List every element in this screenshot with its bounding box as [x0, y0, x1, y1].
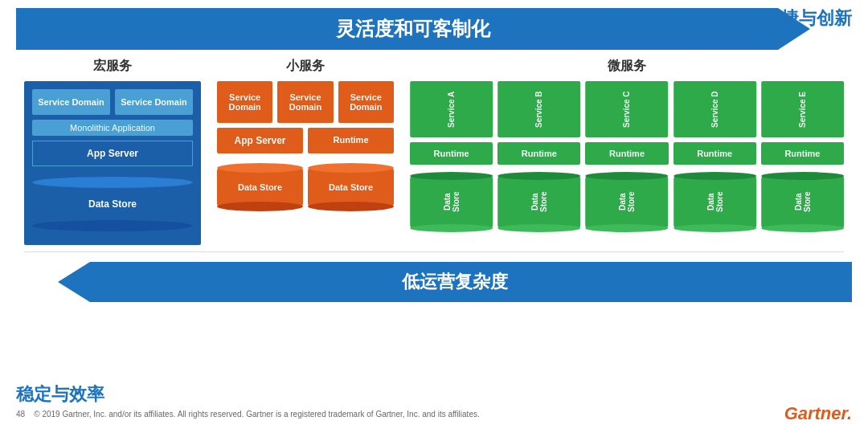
bottom-arrow-banner: 低运营复杂度	[58, 262, 852, 302]
top-arrow-label: 灵活度和可客制化	[336, 18, 490, 39]
gartner-logo: Gartner.	[784, 403, 852, 424]
macro-box: Service Domain Service Domain Monolithic…	[24, 81, 201, 245]
micro-col-0: Service A Runtime Data Store	[410, 81, 493, 241]
small-runtime: Runtime	[308, 128, 394, 153]
micro-service-a: Service A	[410, 81, 493, 137]
small-content: Service Domain Service Domain Service Do…	[217, 81, 394, 219]
bottom-arrow-label: 低运营复杂度	[402, 272, 508, 292]
small-app-runtime: App Server Runtime	[217, 128, 394, 153]
footer-copyright: 48 © 2019 Gartner, Inc. and/or its affil…	[16, 410, 480, 419]
main-content: 宏服务 Service Domain Service Domain Monoli…	[16, 58, 852, 245]
macro-monolithic: Monolithic Application	[32, 120, 193, 136]
macro-title: 宏服务	[24, 58, 201, 75]
gartner-logo-text: Gartner.	[784, 403, 852, 423]
macro-service-domain-2: Service Domain	[115, 89, 193, 115]
macro-service-domain-1: Service Domain	[32, 89, 110, 115]
micro-col-3: Service D Runtime Data Store	[674, 81, 756, 241]
micro-runtime-0: Runtime	[410, 142, 493, 165]
small-service-domain-2: Service Domain	[277, 81, 333, 123]
micro-datastore-1: Data Store	[497, 176, 580, 228]
micro-col-2: Service C Runtime Data Store	[585, 81, 668, 241]
micro-title: 微服务	[410, 58, 844, 75]
macro-app-server: App Server	[32, 141, 193, 166]
page: 敏捷与创新 灵活度和可客制化 宏服务 Service Domain Servic…	[0, 0, 868, 429]
small-data-store-1: Data Store	[217, 168, 303, 206]
micro-runtime-3: Runtime	[674, 142, 756, 165]
small-service-domain-1: Service Domain	[217, 81, 272, 123]
micro-service-d: Service D	[674, 81, 756, 137]
copyright-text: © 2019 Gartner, Inc. and/or its affiliat…	[34, 410, 479, 419]
macro-service-domains-row: Service Domain Service Domain	[32, 89, 193, 115]
small-service-domains: Service Domain Service Domain Service Do…	[217, 81, 394, 123]
micro-datastore-4: Data Store	[761, 176, 844, 228]
micro-runtime-4: Runtime	[761, 142, 844, 165]
macro-section: 宏服务 Service Domain Service Domain Monoli…	[24, 58, 201, 245]
small-service-domain-3: Service Domain	[338, 81, 394, 123]
micro-grid: Service A Runtime Data Store Service B R…	[410, 81, 844, 241]
micro-section: 微服务 Service A Runtime Data Store Service…	[410, 58, 844, 245]
micro-datastore-3: Data Store	[674, 176, 756, 228]
divider	[24, 251, 844, 252]
micro-col-1: Service B Runtime Data Store	[497, 81, 580, 241]
micro-col-4: Service E Runtime Data Store	[761, 81, 844, 241]
footer: 48 © 2019 Gartner, Inc. and/or its affil…	[16, 403, 852, 424]
micro-datastore-2: Data Store	[585, 176, 668, 228]
micro-datastore-0: Data Store	[410, 176, 493, 228]
macro-data-store: Data Store	[32, 182, 193, 226]
page-number: 48	[16, 410, 25, 419]
small-title: 小服务	[217, 58, 394, 75]
small-data-stores: Data Store Data Store	[217, 158, 394, 219]
small-app-server: App Server	[217, 128, 303, 153]
small-section: 小服务 Service Domain Service Domain Servic…	[217, 58, 394, 245]
micro-service-b: Service B	[497, 81, 580, 137]
micro-runtime-2: Runtime	[585, 142, 668, 165]
top-arrow-banner: 灵活度和可客制化	[16, 8, 810, 50]
small-data-store-2: Data Store	[308, 168, 394, 206]
micro-runtime-1: Runtime	[497, 142, 580, 165]
micro-service-c: Service C	[585, 81, 668, 137]
micro-service-e: Service E	[761, 81, 844, 137]
